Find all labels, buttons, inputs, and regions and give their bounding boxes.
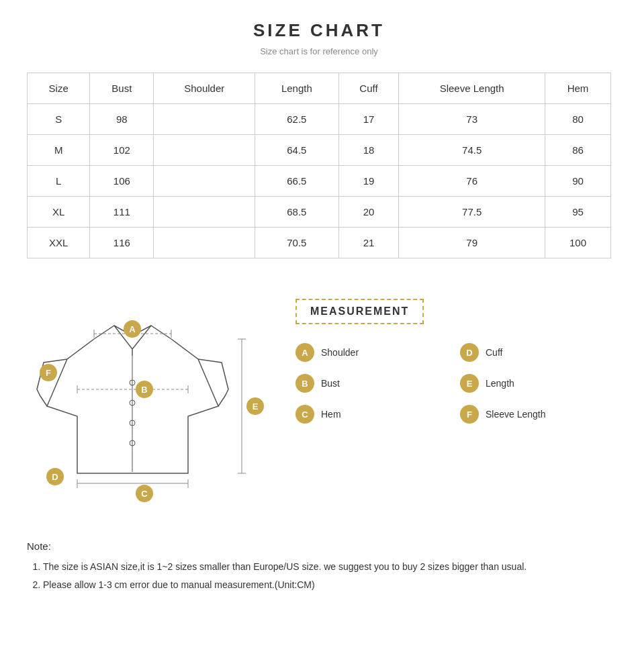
page-subtitle: Size chart is for reference only bbox=[27, 46, 611, 56]
measurement-item: DCuff bbox=[460, 343, 611, 362]
table-cell: 74.5 bbox=[399, 135, 545, 166]
table-header: Shoulder bbox=[154, 73, 255, 104]
measurement-item: CHem bbox=[295, 405, 447, 424]
table-row: XL11168.52077.595 bbox=[28, 197, 611, 228]
svg-text:C: C bbox=[141, 489, 148, 499]
table-cell: 64.5 bbox=[255, 135, 338, 166]
shirt-diagram: A B C D E F bbox=[27, 285, 282, 514]
svg-text:A: A bbox=[129, 324, 136, 334]
measurement-item: ELength bbox=[460, 374, 611, 393]
svg-text:E: E bbox=[253, 401, 259, 412]
table-cell: 62.5 bbox=[255, 104, 338, 135]
table-cell bbox=[154, 104, 255, 135]
table-cell bbox=[154, 228, 255, 258]
measurement-label: Shoulder bbox=[321, 347, 359, 358]
table-cell bbox=[154, 166, 255, 197]
table-cell: 73 bbox=[399, 104, 545, 135]
measurement-label: Length bbox=[486, 378, 514, 389]
measurement-grid: AShoulderDCuffBBustELengthCHemFSleeve Le… bbox=[295, 343, 611, 424]
notes-list: The size is ASIAN size,it is 1~2 sizes s… bbox=[43, 559, 611, 594]
table-cell: 77.5 bbox=[399, 197, 545, 228]
measurement-item: FSleeve Length bbox=[460, 405, 611, 424]
table-cell: 76 bbox=[399, 166, 545, 197]
measurement-section: MEASUREMENT AShoulderDCuffBBustELengthCH… bbox=[295, 285, 611, 424]
table-cell: 95 bbox=[545, 197, 610, 228]
svg-text:B: B bbox=[141, 385, 147, 395]
table-header: Length bbox=[255, 73, 338, 104]
svg-text:D: D bbox=[52, 472, 58, 482]
table-cell: 102 bbox=[90, 135, 154, 166]
table-cell: 80 bbox=[545, 104, 610, 135]
table-cell bbox=[154, 135, 255, 166]
measurement-item: BBust bbox=[295, 374, 447, 393]
table-cell: M bbox=[28, 135, 90, 166]
measurement-badge: D bbox=[460, 343, 479, 362]
table-row: L10666.5197690 bbox=[28, 166, 611, 197]
table-cell: 20 bbox=[338, 197, 399, 228]
table-cell: 90 bbox=[545, 166, 610, 197]
size-chart-table: SizeBustShoulderLengthCuffSleeve LengthH… bbox=[27, 73, 611, 258]
note-item: The size is ASIAN size,it is 1~2 sizes s… bbox=[43, 559, 611, 575]
table-cell: 100 bbox=[545, 228, 610, 258]
table-cell: 98 bbox=[90, 104, 154, 135]
notes-title: Note: bbox=[27, 538, 611, 555]
table-row: XXL11670.52179100 bbox=[28, 228, 611, 258]
table-cell: 86 bbox=[545, 135, 610, 166]
table-cell: 116 bbox=[90, 228, 154, 258]
table-cell: 106 bbox=[90, 166, 154, 197]
diagram-section: A B C D E F bbox=[27, 285, 611, 514]
table-header: Cuff bbox=[338, 73, 399, 104]
table-cell: L bbox=[28, 166, 90, 197]
measurement-label: Bust bbox=[321, 378, 340, 389]
measurement-title: MEASUREMENT bbox=[295, 299, 424, 324]
measurement-item: AShoulder bbox=[295, 343, 447, 362]
table-cell: 17 bbox=[338, 104, 399, 135]
table-header: Sleeve Length bbox=[399, 73, 545, 104]
table-cell: 19 bbox=[338, 166, 399, 197]
measurement-badge: F bbox=[460, 405, 479, 424]
table-cell: 21 bbox=[338, 228, 399, 258]
measurement-label: Cuff bbox=[486, 347, 502, 358]
table-cell: XXL bbox=[28, 228, 90, 258]
notes-section: Note: The size is ASIAN size,it is 1~2 s… bbox=[27, 538, 611, 593]
table-row: S9862.5177380 bbox=[28, 104, 611, 135]
table-cell: 79 bbox=[399, 228, 545, 258]
table-row: M10264.51874.586 bbox=[28, 135, 611, 166]
table-header: Hem bbox=[545, 73, 610, 104]
measurement-label: Sleeve Length bbox=[486, 409, 546, 420]
table-header: Size bbox=[28, 73, 90, 104]
table-header: Bust bbox=[90, 73, 154, 104]
table-cell: 68.5 bbox=[255, 197, 338, 228]
measurement-badge: C bbox=[295, 405, 314, 424]
table-cell: XL bbox=[28, 197, 90, 228]
table-cell: 111 bbox=[90, 197, 154, 228]
note-item: Please allow 1-3 cm error due to manual … bbox=[43, 577, 611, 593]
measurement-badge: B bbox=[295, 374, 314, 393]
table-cell: 18 bbox=[338, 135, 399, 166]
table-cell: S bbox=[28, 104, 90, 135]
svg-text:F: F bbox=[46, 368, 51, 378]
table-cell: 66.5 bbox=[255, 166, 338, 197]
measurement-label: Hem bbox=[321, 409, 341, 420]
table-cell bbox=[154, 197, 255, 228]
table-cell: 70.5 bbox=[255, 228, 338, 258]
measurement-badge: A bbox=[295, 343, 314, 362]
page-title: SIZE CHART bbox=[27, 20, 611, 41]
measurement-badge: E bbox=[460, 374, 479, 393]
